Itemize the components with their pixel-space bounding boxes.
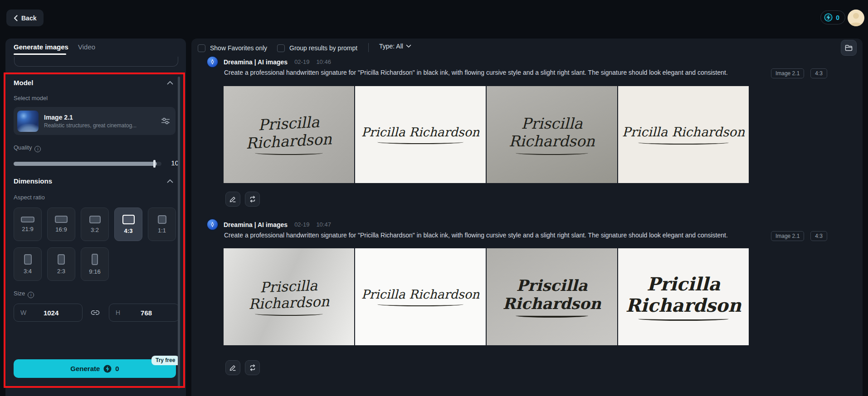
- result-actions: [225, 360, 260, 375]
- user-avatar[interactable]: [848, 10, 864, 26]
- generate-cost: 0: [115, 365, 119, 372]
- ratio-shape-icon: [21, 217, 34, 222]
- generated-image[interactable]: Pricilla Richardson: [355, 248, 486, 345]
- result-source: Dreamina | AI images: [224, 221, 288, 228]
- aspect-ratio-9-16[interactable]: 9:16: [81, 247, 109, 281]
- chevron-up-icon[interactable]: [167, 81, 173, 85]
- edit-prompt-button[interactable]: [225, 360, 240, 375]
- regenerate-button[interactable]: [245, 360, 260, 375]
- prompt-input-bottom-edge[interactable]: [14, 57, 178, 67]
- result-time: 10:47: [316, 221, 331, 228]
- generated-image[interactable]: Pricilla Richardson: [618, 86, 749, 183]
- favorites-filter: Show Favorites only: [198, 43, 267, 53]
- generated-image[interactable]: Priscilla Richardson: [487, 86, 617, 183]
- height-field[interactable]: H 768: [109, 304, 179, 322]
- repeat-icon: [249, 196, 256, 203]
- ratio-shape-icon: [55, 216, 68, 223]
- result-header: Dreamina | AI images 02-19 10:47: [206, 218, 331, 231]
- edit-prompt-button[interactable]: [225, 192, 240, 207]
- prompt-row: Create a professional handwritten signat…: [224, 68, 827, 78]
- gallery-view-button[interactable]: [841, 40, 857, 56]
- favorites-label: Show Favorites only: [210, 44, 267, 52]
- signature-flourish: [255, 151, 323, 155]
- regenerate-button[interactable]: [245, 192, 260, 207]
- width-field-value[interactable]: 1024: [26, 309, 76, 317]
- result-image-strip: Priscilla Richardson Pricilla Richardson…: [224, 86, 749, 183]
- back-label: Back: [21, 14, 36, 22]
- generated-image[interactable]: Priscilla Richardson: [224, 86, 354, 183]
- model-name: Image 2.1: [44, 114, 156, 121]
- chevron-up-icon[interactable]: [167, 179, 173, 183]
- group-label: Group results by prompt: [289, 44, 357, 52]
- result-date: 02-19: [294, 58, 309, 65]
- result-prompt[interactable]: Create a professional handwritten signat…: [224, 231, 765, 240]
- height-field-value[interactable]: 768: [120, 309, 172, 317]
- credit-coin-icon: [824, 13, 833, 22]
- model-description: Realistic structures, great cinematog...: [44, 122, 151, 129]
- aspect-ratio-4-3[interactable]: 4:3: [114, 208, 142, 241]
- tab-generate-images[interactable]: Generate images: [14, 43, 68, 51]
- credit-coin-icon: [103, 365, 112, 373]
- back-button[interactable]: Back: [6, 10, 44, 26]
- aspect-ratio-2-3[interactable]: 2:3: [47, 247, 75, 281]
- filters-divider: [368, 43, 369, 52]
- generated-image[interactable]: Priscilla Richardson: [224, 248, 354, 345]
- result-actions: [225, 192, 260, 207]
- ratio-tag: 4:3: [810, 231, 827, 241]
- favorites-checkbox[interactable]: [198, 44, 205, 52]
- tab-video[interactable]: Video: [78, 43, 95, 51]
- prompt-row: Create a professional handwritten signat…: [224, 231, 827, 241]
- aspect-ratio-16-9[interactable]: 16:9: [47, 208, 75, 241]
- sidebar-tabs: Generate images Video: [5, 39, 186, 58]
- ratio-shape-icon: [24, 254, 32, 265]
- result-prompt[interactable]: Create a professional handwritten signat…: [224, 68, 765, 77]
- model-selector-card[interactable]: Image 2.1 Realistic structures, great ci…: [14, 107, 176, 135]
- aspect-ratio-21-9[interactable]: 21:9: [14, 208, 42, 241]
- aspect-ratio-3-2[interactable]: 3:2: [81, 208, 109, 241]
- signature-flourish: [516, 314, 588, 318]
- group-by-prompt-checkbox[interactable]: [277, 44, 285, 52]
- dreamina-logo-icon: [206, 218, 219, 231]
- credits-balance[interactable]: 0: [820, 10, 845, 24]
- info-icon[interactable]: i: [28, 292, 34, 298]
- height-field-label: H: [116, 309, 120, 316]
- result-image-strip: Priscilla Richardson Pricilla Richardson…: [224, 248, 749, 345]
- results-panel: Show Favorites only Group results by pro…: [191, 39, 863, 396]
- quality-label: Quality: [14, 144, 32, 151]
- aspect-ratio-1-1[interactable]: 1:1: [148, 208, 176, 241]
- generated-image[interactable]: Pricilla Richardson: [618, 248, 749, 345]
- model-settings-icon[interactable]: [161, 117, 170, 125]
- signature-flourish: [377, 302, 463, 306]
- type-filter-dropdown[interactable]: Type: All: [379, 43, 411, 50]
- result-time: 10:46: [316, 58, 331, 65]
- repeat-icon: [249, 364, 256, 371]
- group-filter: Group results by prompt: [277, 43, 357, 53]
- signature-flourish: [255, 312, 323, 316]
- generated-image[interactable]: Pricilla Richardson: [355, 86, 486, 183]
- model-tag: Image 2.1: [771, 68, 804, 78]
- ratio-shape-icon: [58, 254, 65, 265]
- result-date: 02-19: [294, 221, 309, 228]
- ratio-shape-icon: [158, 215, 166, 224]
- credits-count: 0: [836, 14, 839, 21]
- quality-slider-track[interactable]: [14, 162, 157, 166]
- person-icon: [848, 10, 864, 26]
- aspect-ratio-label: Aspect ratio: [14, 194, 45, 201]
- chevron-down-icon: [406, 44, 411, 48]
- aspect-ratio-3-4[interactable]: 3:4: [14, 247, 42, 281]
- sidebar-scrollbar[interactable]: [178, 77, 180, 388]
- signature-flourish: [516, 151, 588, 155]
- pencil-icon: [229, 364, 236, 371]
- quality-value: 10: [162, 159, 179, 167]
- dimensions-section-title: Dimensions: [14, 177, 52, 185]
- quality-slider-thumb[interactable]: [153, 160, 156, 168]
- model-section-title: Model: [14, 79, 33, 87]
- width-field[interactable]: W 1024: [14, 304, 83, 322]
- generation-sidebar: Generate images Video Model Select model…: [5, 39, 186, 396]
- info-icon[interactable]: i: [34, 146, 41, 152]
- generated-image[interactable]: Priscilla Richardson: [487, 248, 617, 345]
- folder-icon: [845, 44, 853, 51]
- pencil-icon: [229, 196, 236, 203]
- size-label-row: Sizei: [14, 290, 34, 298]
- link-dimensions-icon[interactable]: [91, 309, 100, 317]
